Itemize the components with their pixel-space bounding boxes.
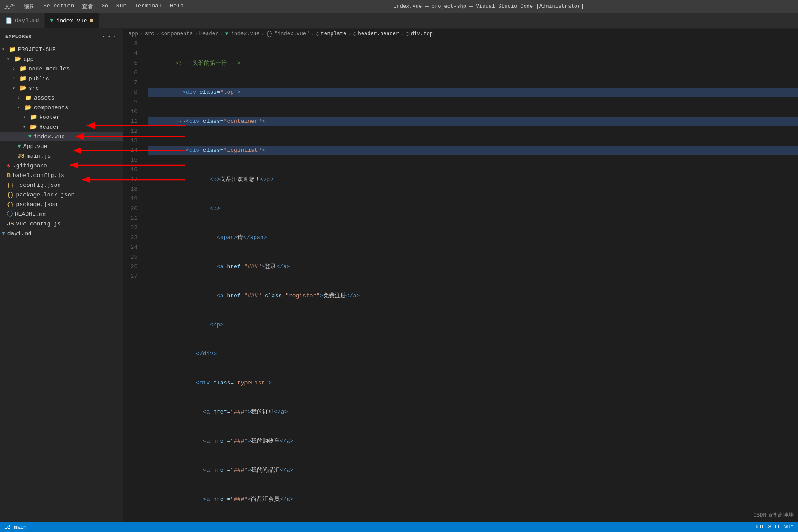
tree-app-vue[interactable]: ▼ App.vue <box>0 141 123 151</box>
code-line-16: <a href="###">我的购物车</a> <box>148 436 798 446</box>
bc-div-icon: ◯ <box>406 30 409 37</box>
menu-edit[interactable]: 编辑 <box>24 3 35 11</box>
tree-day1-md[interactable]: ▼ day1.md <box>0 229 123 238</box>
sidebar-dots[interactable]: ··· <box>101 32 118 41</box>
tree-package-lock[interactable]: {} package-lock.json <box>0 190 123 200</box>
menu-run[interactable]: Run <box>116 3 126 11</box>
bc-indexvue2[interactable]: "index.vue" <box>274 31 309 37</box>
tree-index-vue[interactable]: ▼ index.vue <box>0 132 123 141</box>
tree-label: day1.md <box>7 230 32 237</box>
code-line-8: <p> <box>148 204 798 214</box>
code-editor[interactable]: 3 4 5 6 7 8 9 10 11 12 13 14 15 16 17 18… <box>123 39 798 522</box>
sidebar-title: EXPLORER <box>5 34 32 39</box>
bc-indexvue[interactable]: index.vue <box>231 31 259 37</box>
tree-gitignore[interactable]: ◈ .gitignore <box>0 161 123 170</box>
babel-icon: B <box>7 172 11 179</box>
json-icon: {} <box>7 192 14 198</box>
tree-app[interactable]: ▾ 📂 app <box>0 54 123 64</box>
info-icon: ⓘ <box>7 210 13 218</box>
bc-obj: {} <box>266 31 272 37</box>
code-content: <!-- 头部的第一行 --> <div class="top"> ···<di… <box>141 39 798 522</box>
breadcrumb: app › src › components › Header › ▼ inde… <box>123 29 798 39</box>
bc-components[interactable]: components <box>161 31 193 37</box>
tab-vue-icon: ▼ <box>50 18 54 24</box>
bc-header-header[interactable]: header.header <box>358 31 399 37</box>
tree-label: App.vue <box>23 143 48 150</box>
tab-day1-label: day1.md <box>15 17 39 24</box>
code-line-7: <p>尚品汇欢迎您！</p> <box>148 175 798 185</box>
tab-bar: 📄 day1.md ▼ index.vue <box>0 13 798 29</box>
tree-readme[interactable]: ⓘ README.md <box>0 209 123 219</box>
bc-header[interactable]: Header <box>200 31 218 37</box>
json-icon: {} <box>7 182 14 188</box>
git-icon: ◈ <box>7 162 11 169</box>
tree-label: vue.config.js <box>16 221 61 227</box>
folder-icon: 📂 <box>19 85 26 92</box>
sidebar-header: EXPLORER ··· <box>0 29 123 44</box>
editor-panel: app › src › components › Header › ▼ inde… <box>123 29 798 522</box>
code-line-15: <a href="###">我的订单</a> <box>148 407 798 417</box>
menu-bar[interactable]: 文件 编辑 Selection 查看 Go Run Terminal Help <box>4 3 184 11</box>
code-line-13: </div> <box>148 349 798 359</box>
folder-icon: 📂 <box>30 123 37 130</box>
tree-public[interactable]: › 📁 public <box>0 74 123 83</box>
tree-label: README.md <box>15 211 46 218</box>
code-line-14: <div class="typeList"> <box>148 378 798 388</box>
folder-icon: 📁 <box>9 46 16 53</box>
code-line-18: <a href="###">尚品汇会员</a> <box>148 495 798 504</box>
tree-label: Header <box>39 124 60 130</box>
tab-modified-dot <box>90 19 93 22</box>
title-text: index.vue — project-shp — Visual Studio … <box>184 4 794 10</box>
folder-icon: 📂 <box>25 104 32 111</box>
tree-src[interactable]: ▾ 📂 src <box>0 83 123 93</box>
tree-main-js[interactable]: JS main.js <box>0 151 123 161</box>
title-bar: 文件 编辑 Selection 查看 Go Run Terminal Help … <box>0 0 798 13</box>
main-layout: EXPLORER ··· ▾ 📁 PROJECT-SHP ▾ 📂 app › 📁… <box>0 29 798 522</box>
menu-selection[interactable]: Selection <box>43 3 74 11</box>
code-line-10: <a href="###">登录</a> <box>148 262 798 272</box>
tree-label: package-lock.json <box>16 192 75 198</box>
js-icon: JS <box>7 221 14 227</box>
code-line-11: <a href="###" class="register">免费注册</a> <box>148 291 798 301</box>
folder-icon: 📁 <box>19 65 26 72</box>
tab-day1[interactable]: 📄 day1.md <box>0 13 45 28</box>
code-line-5: ···<div class="container"> <box>148 117 798 126</box>
menu-file[interactable]: 文件 <box>4 3 16 11</box>
sidebar-tree: ▾ 📁 PROJECT-SHP ▾ 📂 app › 📁 node_modules… <box>0 44 123 522</box>
folder-icon: 📂 <box>14 55 21 63</box>
tree-package[interactable]: {} package.json <box>0 200 123 209</box>
tree-project-shp[interactable]: ▾ 📁 PROJECT-SHP <box>0 44 123 54</box>
tree-label: public <box>29 75 49 82</box>
menu-terminal[interactable]: Terminal <box>134 3 162 11</box>
tree-header[interactable]: ▾ 📂 Header <box>0 122 123 132</box>
tree-assets[interactable]: › 📁 assets <box>0 93 123 103</box>
tree-node-modules[interactable]: › 📁 node_modules <box>0 64 123 74</box>
tree-label: components <box>34 104 68 111</box>
sidebar: EXPLORER ··· ▾ 📁 PROJECT-SHP ▾ 📂 app › 📁… <box>0 29 123 522</box>
bc-header-icon: ◯ <box>353 30 356 37</box>
status-bar: ⎇ main UTF-8 LF Vue <box>0 522 798 532</box>
tree-label: index.vue <box>34 133 65 140</box>
tree-vue-config[interactable]: JS vue.config.js <box>0 219 123 229</box>
bc-app[interactable]: app <box>129 31 138 37</box>
code-line-9: <span>请</span> <box>148 233 798 243</box>
bc-vue-icon: ▼ <box>225 31 228 37</box>
bc-div-top[interactable]: div.top <box>411 31 433 37</box>
tab-index-vue[interactable]: ▼ index.vue <box>45 13 99 28</box>
tree-babel-config[interactable]: B babel.config.js <box>0 170 123 180</box>
json-icon: {} <box>7 201 14 208</box>
tree-components[interactable]: ▾ 📂 components <box>0 103 123 112</box>
tree-label: .gitignore <box>13 163 47 169</box>
bc-src[interactable]: src <box>145 31 155 37</box>
tree-jsconfig[interactable]: {} jsconfig.json <box>0 180 123 190</box>
menu-help[interactable]: Help <box>170 3 184 11</box>
code-line-4: <div class="top"> <box>148 88 798 97</box>
menu-go[interactable]: Go <box>101 3 108 11</box>
tree-label: package.json <box>16 201 58 208</box>
tree-footer[interactable]: › 📁 Footer <box>0 112 123 122</box>
tree-label: PROJECT-SHP <box>18 46 56 53</box>
tree-label: Footer <box>39 114 60 121</box>
bc-template[interactable]: template <box>321 31 347 37</box>
tree-label: jsconfig.json <box>16 182 61 188</box>
menu-view[interactable]: 查看 <box>82 3 93 11</box>
